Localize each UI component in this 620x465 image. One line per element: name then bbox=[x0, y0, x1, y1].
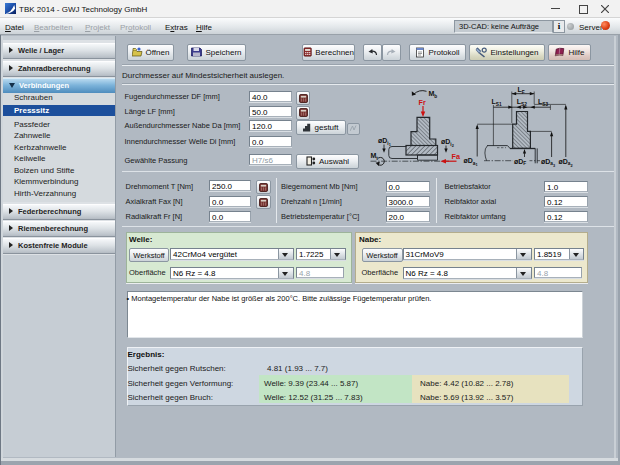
svg-text:Fr: Fr bbox=[419, 98, 426, 107]
svg-text:LS1: LS1 bbox=[492, 98, 502, 107]
svg-text:LS3: LS3 bbox=[538, 98, 548, 107]
svg-text:Fa: Fa bbox=[452, 152, 461, 161]
svg-text:LS2: LS2 bbox=[517, 98, 527, 107]
svg-text:Mt: Mt bbox=[371, 152, 379, 161]
svg-text:øDi2: øDi2 bbox=[441, 138, 454, 148]
svg-text:Mb: Mb bbox=[429, 90, 438, 99]
svg-text:øDi1: øDi1 bbox=[378, 137, 391, 147]
